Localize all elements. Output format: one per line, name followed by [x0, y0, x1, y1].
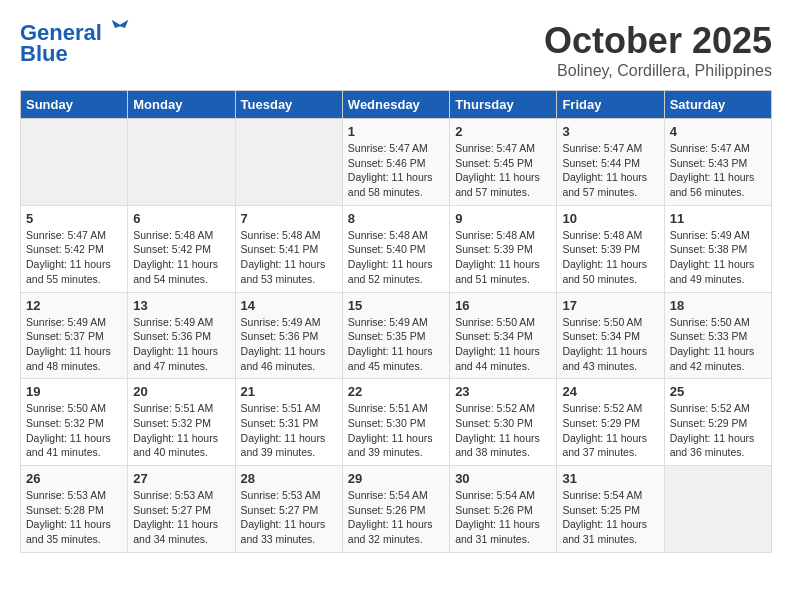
calendar-cell: 21Sunrise: 5:51 AM Sunset: 5:31 PM Dayli… — [235, 379, 342, 466]
day-detail: Sunrise: 5:50 AM Sunset: 5:34 PM Dayligh… — [562, 315, 658, 374]
day-number: 9 — [455, 211, 551, 226]
day-detail: Sunrise: 5:52 AM Sunset: 5:30 PM Dayligh… — [455, 401, 551, 460]
page-header: General Blue October 2025 Boliney, Cordi… — [20, 20, 772, 80]
day-number: 6 — [133, 211, 229, 226]
calendar-cell: 3Sunrise: 5:47 AM Sunset: 5:44 PM Daylig… — [557, 119, 664, 206]
calendar-cell: 14Sunrise: 5:49 AM Sunset: 5:36 PM Dayli… — [235, 292, 342, 379]
day-number: 28 — [241, 471, 337, 486]
day-detail: Sunrise: 5:48 AM Sunset: 5:40 PM Dayligh… — [348, 228, 444, 287]
day-detail: Sunrise: 5:52 AM Sunset: 5:29 PM Dayligh… — [670, 401, 766, 460]
calendar-cell: 18Sunrise: 5:50 AM Sunset: 5:33 PM Dayli… — [664, 292, 771, 379]
day-detail: Sunrise: 5:48 AM Sunset: 5:39 PM Dayligh… — [562, 228, 658, 287]
day-number: 31 — [562, 471, 658, 486]
calendar-week-row: 19Sunrise: 5:50 AM Sunset: 5:32 PM Dayli… — [21, 379, 772, 466]
weekday-header-tuesday: Tuesday — [235, 91, 342, 119]
day-number: 24 — [562, 384, 658, 399]
day-number: 1 — [348, 124, 444, 139]
day-number: 2 — [455, 124, 551, 139]
location-text: Boliney, Cordillera, Philippines — [544, 62, 772, 80]
calendar-cell: 4Sunrise: 5:47 AM Sunset: 5:43 PM Daylig… — [664, 119, 771, 206]
day-detail: Sunrise: 5:49 AM Sunset: 5:38 PM Dayligh… — [670, 228, 766, 287]
calendar-cell: 12Sunrise: 5:49 AM Sunset: 5:37 PM Dayli… — [21, 292, 128, 379]
day-detail: Sunrise: 5:47 AM Sunset: 5:43 PM Dayligh… — [670, 141, 766, 200]
day-number: 14 — [241, 298, 337, 313]
day-detail: Sunrise: 5:54 AM Sunset: 5:26 PM Dayligh… — [348, 488, 444, 547]
calendar-cell: 6Sunrise: 5:48 AM Sunset: 5:42 PM Daylig… — [128, 205, 235, 292]
calendar-week-row: 1Sunrise: 5:47 AM Sunset: 5:46 PM Daylig… — [21, 119, 772, 206]
day-detail: Sunrise: 5:49 AM Sunset: 5:35 PM Dayligh… — [348, 315, 444, 374]
day-number: 15 — [348, 298, 444, 313]
weekday-header-row: SundayMondayTuesdayWednesdayThursdayFrid… — [21, 91, 772, 119]
calendar-cell: 27Sunrise: 5:53 AM Sunset: 5:27 PM Dayli… — [128, 466, 235, 553]
day-number: 30 — [455, 471, 551, 486]
day-detail: Sunrise: 5:53 AM Sunset: 5:28 PM Dayligh… — [26, 488, 122, 547]
calendar-cell: 16Sunrise: 5:50 AM Sunset: 5:34 PM Dayli… — [450, 292, 557, 379]
calendar-cell — [21, 119, 128, 206]
day-number: 7 — [241, 211, 337, 226]
calendar-week-row: 5Sunrise: 5:47 AM Sunset: 5:42 PM Daylig… — [21, 205, 772, 292]
calendar-cell: 1Sunrise: 5:47 AM Sunset: 5:46 PM Daylig… — [342, 119, 449, 206]
day-detail: Sunrise: 5:50 AM Sunset: 5:32 PM Dayligh… — [26, 401, 122, 460]
day-detail: Sunrise: 5:47 AM Sunset: 5:45 PM Dayligh… — [455, 141, 551, 200]
calendar-cell: 24Sunrise: 5:52 AM Sunset: 5:29 PM Dayli… — [557, 379, 664, 466]
logo: General Blue — [20, 20, 130, 67]
day-detail: Sunrise: 5:48 AM Sunset: 5:39 PM Dayligh… — [455, 228, 551, 287]
calendar-cell: 28Sunrise: 5:53 AM Sunset: 5:27 PM Dayli… — [235, 466, 342, 553]
day-detail: Sunrise: 5:50 AM Sunset: 5:33 PM Dayligh… — [670, 315, 766, 374]
calendar-cell: 17Sunrise: 5:50 AM Sunset: 5:34 PM Dayli… — [557, 292, 664, 379]
day-detail: Sunrise: 5:53 AM Sunset: 5:27 PM Dayligh… — [133, 488, 229, 547]
calendar-cell: 2Sunrise: 5:47 AM Sunset: 5:45 PM Daylig… — [450, 119, 557, 206]
calendar-cell: 20Sunrise: 5:51 AM Sunset: 5:32 PM Dayli… — [128, 379, 235, 466]
calendar-week-row: 12Sunrise: 5:49 AM Sunset: 5:37 PM Dayli… — [21, 292, 772, 379]
calendar-cell: 7Sunrise: 5:48 AM Sunset: 5:41 PM Daylig… — [235, 205, 342, 292]
day-number: 17 — [562, 298, 658, 313]
calendar-cell — [128, 119, 235, 206]
calendar-cell: 11Sunrise: 5:49 AM Sunset: 5:38 PM Dayli… — [664, 205, 771, 292]
month-title: October 2025 — [544, 20, 772, 62]
weekday-header-saturday: Saturday — [664, 91, 771, 119]
day-number: 29 — [348, 471, 444, 486]
logo-bird-icon — [110, 18, 130, 38]
day-number: 21 — [241, 384, 337, 399]
calendar-cell: 10Sunrise: 5:48 AM Sunset: 5:39 PM Dayli… — [557, 205, 664, 292]
day-detail: Sunrise: 5:49 AM Sunset: 5:36 PM Dayligh… — [133, 315, 229, 374]
day-number: 19 — [26, 384, 122, 399]
day-number: 3 — [562, 124, 658, 139]
day-detail: Sunrise: 5:48 AM Sunset: 5:41 PM Dayligh… — [241, 228, 337, 287]
calendar-cell: 29Sunrise: 5:54 AM Sunset: 5:26 PM Dayli… — [342, 466, 449, 553]
day-detail: Sunrise: 5:50 AM Sunset: 5:34 PM Dayligh… — [455, 315, 551, 374]
day-number: 5 — [26, 211, 122, 226]
calendar-cell: 31Sunrise: 5:54 AM Sunset: 5:25 PM Dayli… — [557, 466, 664, 553]
calendar-cell: 25Sunrise: 5:52 AM Sunset: 5:29 PM Dayli… — [664, 379, 771, 466]
calendar-cell: 23Sunrise: 5:52 AM Sunset: 5:30 PM Dayli… — [450, 379, 557, 466]
calendar-cell — [235, 119, 342, 206]
day-detail: Sunrise: 5:47 AM Sunset: 5:44 PM Dayligh… — [562, 141, 658, 200]
calendar-table: SundayMondayTuesdayWednesdayThursdayFrid… — [20, 90, 772, 553]
calendar-cell: 30Sunrise: 5:54 AM Sunset: 5:26 PM Dayli… — [450, 466, 557, 553]
calendar-cell: 26Sunrise: 5:53 AM Sunset: 5:28 PM Dayli… — [21, 466, 128, 553]
day-detail: Sunrise: 5:49 AM Sunset: 5:37 PM Dayligh… — [26, 315, 122, 374]
calendar-cell: 8Sunrise: 5:48 AM Sunset: 5:40 PM Daylig… — [342, 205, 449, 292]
day-number: 22 — [348, 384, 444, 399]
calendar-cell: 9Sunrise: 5:48 AM Sunset: 5:39 PM Daylig… — [450, 205, 557, 292]
day-detail: Sunrise: 5:47 AM Sunset: 5:46 PM Dayligh… — [348, 141, 444, 200]
day-number: 12 — [26, 298, 122, 313]
calendar-cell: 5Sunrise: 5:47 AM Sunset: 5:42 PM Daylig… — [21, 205, 128, 292]
title-block: October 2025 Boliney, Cordillera, Philip… — [544, 20, 772, 80]
day-detail: Sunrise: 5:53 AM Sunset: 5:27 PM Dayligh… — [241, 488, 337, 547]
calendar-cell: 15Sunrise: 5:49 AM Sunset: 5:35 PM Dayli… — [342, 292, 449, 379]
day-detail: Sunrise: 5:51 AM Sunset: 5:31 PM Dayligh… — [241, 401, 337, 460]
day-number: 8 — [348, 211, 444, 226]
day-detail: Sunrise: 5:51 AM Sunset: 5:30 PM Dayligh… — [348, 401, 444, 460]
day-detail: Sunrise: 5:51 AM Sunset: 5:32 PM Dayligh… — [133, 401, 229, 460]
weekday-header-thursday: Thursday — [450, 91, 557, 119]
day-number: 27 — [133, 471, 229, 486]
weekday-header-monday: Monday — [128, 91, 235, 119]
weekday-header-sunday: Sunday — [21, 91, 128, 119]
day-number: 25 — [670, 384, 766, 399]
day-number: 10 — [562, 211, 658, 226]
day-number: 4 — [670, 124, 766, 139]
day-number: 18 — [670, 298, 766, 313]
day-number: 26 — [26, 471, 122, 486]
day-detail: Sunrise: 5:49 AM Sunset: 5:36 PM Dayligh… — [241, 315, 337, 374]
